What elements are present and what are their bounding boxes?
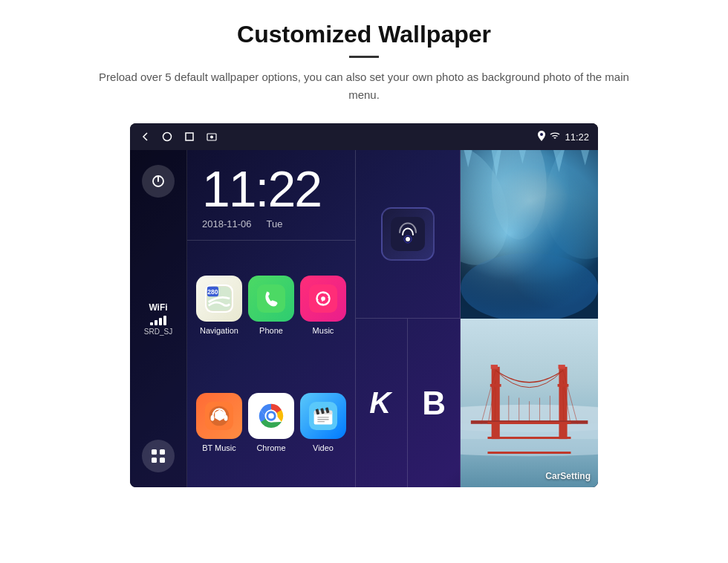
- wallpaper-panel: CarSetting: [461, 150, 598, 487]
- app-navigation[interactable]: 280 Navigation: [193, 247, 245, 364]
- phone-label: Phone: [259, 326, 283, 335]
- music-label: Music: [313, 326, 334, 335]
- svg-rect-63: [559, 367, 567, 439]
- wifi-bar-1: [150, 322, 153, 325]
- app-video[interactable]: Video: [297, 364, 349, 481]
- svg-rect-77: [557, 384, 568, 387]
- svg-marker-52: [491, 150, 501, 178]
- wifi-bar-4: [163, 316, 166, 325]
- svg-rect-11: [160, 458, 165, 463]
- btmusic-icon: ⬢: [196, 393, 242, 439]
- device-mockup: 11:22 WiFi: [130, 123, 598, 487]
- title-divider: [349, 56, 379, 58]
- screenshot-icon: [206, 131, 218, 143]
- svg-text:♪: ♪: [321, 294, 325, 303]
- svg-rect-76: [490, 384, 501, 387]
- svg-point-61: [461, 422, 598, 456]
- svg-marker-51: [464, 150, 472, 167]
- wifi-ssid: SRD_SJ: [144, 328, 172, 336]
- svg-point-42: [406, 237, 410, 241]
- chrome-icon: [248, 393, 294, 439]
- chrome-label: Chrome: [256, 443, 285, 452]
- wifi-bars: [144, 315, 172, 325]
- svg-rect-17: [257, 284, 285, 313]
- wifi-bar-2: [155, 320, 157, 325]
- navigation-label: Navigation: [200, 326, 238, 335]
- svg-rect-26: [224, 415, 228, 421]
- date-value: 2018-11-06: [202, 218, 252, 230]
- svg-point-45: [461, 150, 524, 277]
- main-content: 11:22 WiFi: [0, 123, 728, 487]
- app-music[interactable]: ♪ Music: [297, 247, 349, 364]
- carsetting-label: CarSetting: [545, 471, 591, 481]
- svg-point-0: [163, 133, 172, 141]
- svg-marker-53: [519, 150, 526, 164]
- page-description: Preload over 5 default wallpaper options…: [97, 68, 631, 104]
- svg-rect-41: [391, 217, 425, 251]
- wifi-info: WiFi SRD_SJ: [144, 302, 172, 336]
- status-right-icons: 11:22: [538, 131, 589, 143]
- b-section: B: [408, 319, 459, 487]
- home-icon: [161, 131, 173, 143]
- nav-icons: [139, 131, 218, 143]
- wireless-section: [356, 150, 460, 319]
- svg-rect-78: [491, 365, 498, 369]
- app-chrome[interactable]: Chrome: [245, 364, 297, 481]
- wallpaper-golden-gate[interactable]: CarSetting: [461, 319, 598, 487]
- ki-section: K: [356, 319, 408, 487]
- wifi-signal-icon: [550, 131, 560, 143]
- svg-rect-1: [186, 133, 193, 140]
- apps-grid-button[interactable]: [142, 440, 175, 472]
- svg-rect-8: [152, 449, 157, 455]
- video-label: Video: [313, 443, 334, 452]
- svg-marker-54: [553, 150, 565, 172]
- music-icon: ♪: [300, 276, 346, 322]
- svg-rect-79: [558, 365, 565, 369]
- svg-rect-25: [211, 415, 215, 421]
- back-icon: [139, 131, 151, 143]
- day-value: Tue: [266, 218, 282, 230]
- navigation-icon: 280: [196, 276, 242, 322]
- clock-date: 2018-11-06 Tue: [202, 218, 340, 230]
- location-icon: [538, 131, 545, 143]
- svg-point-3: [210, 136, 213, 139]
- svg-point-47: [461, 253, 598, 319]
- svg-rect-10: [152, 458, 157, 463]
- svg-marker-55: [581, 150, 589, 165]
- clock-time: 11:22: [202, 163, 340, 214]
- video-icon: [300, 393, 346, 439]
- svg-rect-62: [491, 367, 499, 439]
- page-header: Customized Wallpaper Preload over 5 defa…: [0, 0, 728, 116]
- clock-panel: 11:22 2018-11-06 Tue: [187, 150, 356, 487]
- ki-letter: K: [369, 386, 391, 420]
- wireless-icon[interactable]: [381, 207, 435, 261]
- svg-point-31: [268, 413, 274, 419]
- svg-rect-49: [461, 150, 598, 319]
- wifi-bar-3: [159, 318, 162, 325]
- page-title: Customized Wallpaper: [59, 21, 669, 48]
- screen-area: WiFi SRD_SJ: [130, 150, 598, 487]
- wallpaper-ice-cave[interactable]: [461, 150, 598, 319]
- app-grid: 280 Navigation Phone: [187, 241, 355, 487]
- b-letter: B: [422, 385, 446, 422]
- app-phone[interactable]: Phone: [245, 247, 297, 364]
- app-btmusic[interactable]: ⬢ BT Music: [193, 364, 245, 481]
- status-bar: 11:22: [130, 123, 598, 150]
- svg-rect-9: [160, 449, 165, 455]
- phone-icon: [248, 276, 294, 322]
- svg-point-46: [530, 150, 598, 270]
- svg-rect-44: [461, 150, 598, 319]
- status-time: 11:22: [565, 131, 589, 143]
- svg-point-4: [540, 133, 543, 136]
- svg-text:280: 280: [207, 288, 218, 296]
- btmusic-label: BT Music: [202, 443, 236, 452]
- media-panel: K B: [356, 150, 461, 487]
- svg-point-48: [491, 150, 546, 239]
- left-sidebar: WiFi SRD_SJ: [130, 150, 187, 487]
- power-button[interactable]: [142, 165, 175, 198]
- ki-b-section: K B: [356, 319, 460, 487]
- wifi-title: WiFi: [144, 302, 172, 313]
- clock-top: 11:22 2018-11-06 Tue: [187, 150, 355, 241]
- svg-marker-5: [553, 137, 556, 139]
- recent-icon: [183, 131, 195, 143]
